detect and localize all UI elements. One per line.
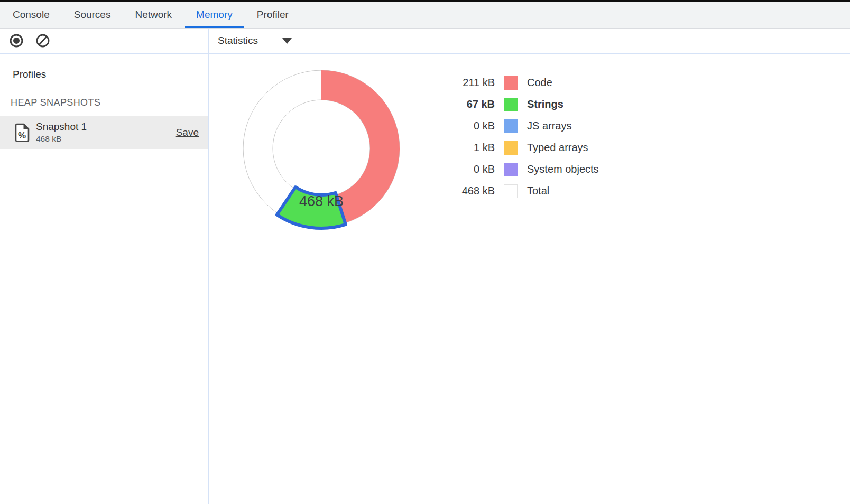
tab-network[interactable]: Network bbox=[124, 2, 183, 28]
tab-sources[interactable]: Sources bbox=[63, 2, 122, 28]
legend-swatch-system-objects bbox=[504, 163, 518, 176]
legend-label: Strings bbox=[527, 98, 563, 110]
legend-value: 67 kB bbox=[454, 98, 495, 110]
legend-swatch-total bbox=[504, 184, 518, 198]
legend-label: Code bbox=[527, 77, 552, 89]
legend-value: 468 kB bbox=[454, 185, 495, 197]
heap-snapshot-icon: % bbox=[15, 123, 30, 142]
legend-label: System objects bbox=[527, 163, 599, 175]
legend-row-typed-arrays[interactable]: 1 kB Typed arrays bbox=[454, 137, 599, 158]
donut-slice-strings[interactable] bbox=[277, 187, 346, 228]
chevron-down-icon bbox=[282, 38, 292, 44]
record-icon bbox=[8, 33, 24, 49]
tab-console[interactable]: Console bbox=[2, 2, 61, 28]
save-snapshot-link[interactable]: Save bbox=[176, 127, 199, 138]
perspective-dropdown-label: Statistics bbox=[218, 35, 258, 46]
tab-memory[interactable]: Memory bbox=[185, 2, 244, 28]
legend-swatch-strings bbox=[504, 98, 518, 111]
tab-profiler[interactable]: Profiler bbox=[246, 2, 300, 28]
donut-ring-outline bbox=[273, 100, 370, 197]
legend-swatch-typed-arrays bbox=[504, 141, 518, 155]
statistics-panel: 468 kB 211 kB Code 67 kB Strings 0 kB JS… bbox=[209, 54, 850, 504]
heap-statistics-donut-chart bbox=[234, 61, 409, 236]
snapshot-list-item[interactable]: % Snapshot 1 468 kB Save bbox=[0, 116, 208, 149]
legend-swatch-code bbox=[504, 76, 518, 90]
legend-value: 1 kB bbox=[454, 142, 495, 154]
snapshot-title: Snapshot 1 bbox=[36, 122, 87, 133]
view-toolbar: Statistics bbox=[209, 29, 850, 53]
svg-text:%: % bbox=[18, 130, 26, 141]
block-icon bbox=[35, 33, 51, 49]
profiles-toolbar bbox=[0, 29, 209, 53]
devtools-tabbar: Console Sources Network Memory Profiler bbox=[0, 2, 850, 29]
legend-value: 211 kB bbox=[454, 77, 495, 89]
memory-toolbar: Statistics bbox=[0, 29, 850, 54]
legend-row-js-arrays[interactable]: 0 kB JS arrays bbox=[454, 115, 599, 137]
content-area: Profiles HEAP SNAPSHOTS % Snapshot 1 468… bbox=[0, 54, 850, 504]
chart-legend: 211 kB Code 67 kB Strings 0 kB JS arrays… bbox=[454, 72, 599, 202]
legend-label: JS arrays bbox=[527, 120, 571, 132]
record-heap-snapshot-button[interactable] bbox=[8, 33, 24, 49]
snapshot-info: Snapshot 1 468 kB bbox=[36, 122, 87, 143]
legend-row-system-objects[interactable]: 0 kB System objects bbox=[454, 158, 599, 180]
legend-row-code[interactable]: 211 kB Code bbox=[454, 72, 599, 94]
legend-label: Total bbox=[527, 185, 549, 197]
legend-swatch-js-arrays bbox=[504, 119, 518, 133]
heap-snapshots-section-heading: HEAP SNAPSHOTS bbox=[11, 97, 208, 108]
legend-row-strings[interactable]: 67 kB Strings bbox=[454, 94, 599, 115]
legend-row-total[interactable]: 468 kB Total bbox=[454, 180, 599, 202]
legend-value: 0 kB bbox=[454, 163, 495, 175]
clear-profiles-button[interactable] bbox=[35, 33, 51, 49]
profiles-heading: Profiles bbox=[13, 69, 208, 80]
legend-value: 0 kB bbox=[454, 120, 495, 132]
legend-label: Typed arrays bbox=[527, 142, 588, 154]
perspective-dropdown[interactable]: Statistics bbox=[218, 35, 292, 46]
profiles-sidebar: Profiles HEAP SNAPSHOTS % Snapshot 1 468… bbox=[0, 54, 209, 504]
snapshot-size: 468 kB bbox=[36, 134, 87, 143]
